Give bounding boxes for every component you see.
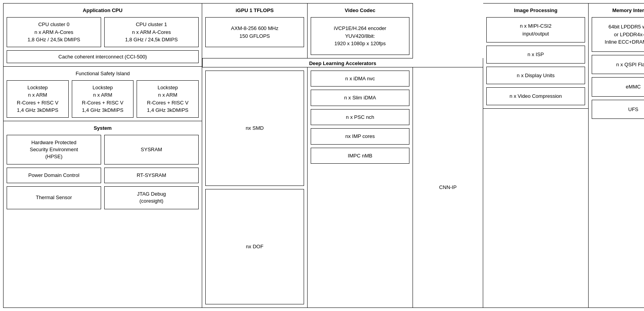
lockstep-1: Lockstep n x ARM R-Cores + RISC V 1,4 GH…: [7, 80, 69, 118]
memory-section: Memory Interface 64bit LPDDR5 w/ECC or L…: [589, 3, 644, 308]
col-center: iGPU 1 TFLOPS AXM-8-256 600 MHz 150 GFLO…: [202, 3, 483, 308]
power-domain-text: Power Domain Control: [28, 172, 80, 179]
display-units-text: n x Display Units: [517, 72, 555, 78]
cnn-ip-col: CNN-IP: [413, 67, 483, 308]
functional-safety-title: Functional Safety Island: [7, 68, 199, 78]
system-section: System Hardware Protected Security Envir…: [3, 121, 202, 308]
video-compression-text: n x Video Compression: [509, 93, 562, 99]
dl-dof-box: nx DOF: [205, 189, 304, 304]
video-codec-box: iVCP1E/H.264 encoder YUV420/8bit: 1920 x…: [311, 17, 409, 55]
app-cpu-section: Application CPU CPU cluster 0 n x ARM A-…: [3, 3, 202, 67]
memory-interface-col: Memory Interface 64bit LPDDR5 w/ECC or L…: [589, 3, 644, 308]
video-codec-title: Video Codec: [311, 5, 409, 15]
image-processing-col: Image Processing n x MIPI-CSI2 input/out…: [483, 3, 589, 308]
lockstep-3-text: Lockstep n x ARM R-Cores + RISC V 1,4 GH…: [147, 85, 189, 113]
emmc-box: eMMC: [592, 77, 644, 97]
functional-safety-section: Functional Safety Island Lockstep n x AR…: [3, 66, 202, 121]
emmc-text: eMMC: [626, 84, 640, 90]
dl-impc-box: IMPC nMB: [311, 148, 409, 164]
col-left: Application CPU CPU cluster 0 n x ARM A-…: [3, 3, 202, 308]
lockstep-1-text: Lockstep n x ARM R-Cores + RISC V 1,4 GH…: [17, 85, 59, 113]
dl-idma-text: n x iDMA nvc: [345, 76, 375, 81]
dl-impc-text: IMPC nMB: [348, 153, 372, 159]
system-grid: Hardware Protected Security Environment …: [7, 135, 199, 209]
dl-psc-box: n x PSC nch: [311, 109, 409, 125]
center-bottom: nx SMD nx DOF n x iDMA nvc n x Slim iDMA…: [202, 67, 483, 308]
lockstep-2: Lockstep n x ARM R-Cores + RISC V 1,4 GH…: [72, 80, 134, 118]
cache-coherent-box: Cache coherent interconnect (CCI-500): [7, 50, 199, 63]
hpse-text: Hardware Protected Security Environment …: [30, 139, 78, 161]
dl-accel-col: n x iDMA nvc n x Slim iDMA n x PSC nch n…: [308, 67, 413, 308]
app-cpu-title: Application CPU: [7, 5, 199, 15]
center-top: iGPU 1 TFLOPS AXM-8-256 600 MHz 150 GFLO…: [202, 3, 483, 58]
image-proc-section: Image Processing n x MIPI-CSI2 input/out…: [483, 3, 589, 109]
image-proc-title: Image Processing: [486, 5, 585, 15]
cnn-ip-text: CNN-IP: [439, 184, 457, 190]
igpu-text: AXM-8-256 600 MHz 150 GFLOPS: [231, 25, 278, 39]
lpddr5-text: 64bit LPDDR5 w/ECC or LPDDR4x-426 Inline…: [605, 24, 644, 45]
image-proc-boxes: n x MIPI-CSI2 input/output n x ISP n x D…: [486, 17, 585, 105]
jtag-debug-text: JTAG Debug (coresight): [137, 191, 166, 205]
dl-smd-dof-col: nx SMD nx DOF: [202, 67, 308, 308]
igpu-section: iGPU 1 TFLOPS AXM-8-256 600 MHz 150 GFLO…: [202, 3, 308, 58]
video-codec-section: Video Codec iVCP1E/H.264 encoder YUV420/…: [308, 3, 413, 58]
qspi-text: n x QSPI Flash: [616, 62, 644, 67]
ufs-text: UFS: [628, 106, 639, 112]
display-units-box: n x Display Units: [486, 67, 585, 85]
rt-sysram-box: RT-SYSRAM: [104, 168, 199, 183]
system-title: System: [7, 123, 199, 133]
image-proc-spacer: [483, 109, 589, 308]
memory-title: Memory Interface: [592, 5, 644, 15]
lockstep-boxes: Lockstep n x ARM R-Cores + RISC V 1,4 GH…: [7, 80, 199, 118]
sysram-box: SYSRAM: [104, 135, 199, 165]
isp-text: n x ISP: [528, 51, 544, 57]
lockstep-2-text: Lockstep n x ARM R-Cores + RISC V 1,4 GH…: [82, 85, 124, 113]
ufs-box: UFS: [592, 100, 644, 119]
video-codec-text: iVCP1E/H.264 encoder YUV420/8bit: 1920 x…: [334, 25, 386, 46]
mipi-csi2-text: n x MIPI-CSI2 input/output: [520, 23, 551, 37]
video-compression-box: n x Video Compression: [486, 87, 585, 105]
hpse-box: Hardware Protected Security Environment …: [7, 135, 101, 165]
deep-learning-header: Deep Learning Accelerators: [202, 58, 483, 67]
cache-coherent-text: Cache coherent interconnect (CCI-500): [59, 54, 147, 60]
power-domain-box: Power Domain Control: [7, 168, 101, 183]
dl-slim-idma-box: n x Slim iDMA: [311, 90, 409, 106]
cpu-cluster-1-text: CPU cluster 1 n x ARM A-Cores 1,8 GHz / …: [125, 21, 178, 42]
lockstep-3: Lockstep n x ARM R-Cores + RISC V 1,4 GH…: [137, 80, 199, 118]
jtag-debug-box: JTAG Debug (coresight): [104, 186, 199, 209]
dl-smd-box: nx SMD: [205, 71, 304, 186]
dl-dof-text: nx DOF: [246, 243, 263, 251]
igpu-title: iGPU 1 TFLOPS: [205, 5, 304, 15]
cpu-cluster-0: CPU cluster 0 n x ARM A-Cores 1,8 GHz / …: [7, 17, 101, 47]
dl-imp-text: nx IMP cores: [345, 133, 375, 139]
dl-idma-box: n x iDMA nvc: [311, 71, 409, 87]
mipi-csi2-box: n x MIPI-CSI2 input/output: [486, 17, 585, 42]
rt-sysram-text: RT-SYSRAM: [137, 172, 166, 179]
cpu-cluster-1: CPU cluster 1 n x ARM A-Cores 1,8 GHz / …: [104, 17, 199, 47]
thermal-sensor-text: Thermal Sensor: [36, 194, 72, 201]
cpu-cluster-0-text: CPU cluster 0 n x ARM A-Cores 1,8 GHz / …: [27, 21, 80, 42]
igpu-box: AXM-8-256 600 MHz 150 GFLOPS: [205, 17, 304, 47]
thermal-sensor-box: Thermal Sensor: [7, 186, 101, 209]
memory-boxes: 64bit LPDDR5 w/ECC or LPDDR4x-426 Inline…: [592, 17, 644, 119]
main-container: Application CPU CPU cluster 0 n x ARM A-…: [0, 0, 644, 311]
app-cpu-clusters: CPU cluster 0 n x ARM A-Cores 1,8 GHz / …: [7, 17, 199, 47]
dl-slim-idma-text: n x Slim iDMA: [344, 95, 376, 101]
qspi-box: n x QSPI Flash: [592, 55, 644, 74]
lpddr5-box: 64bit LPDDR5 w/ECC or LPDDR4x-426 Inline…: [592, 17, 644, 52]
dl-psc-text: n x PSC nch: [346, 114, 374, 120]
dl-smd-text: nx SMD: [246, 124, 263, 132]
sysram-text: SYSRAM: [141, 146, 162, 153]
isp-box: n x ISP: [486, 46, 585, 64]
dl-imp-box: nx IMP cores: [311, 128, 409, 145]
